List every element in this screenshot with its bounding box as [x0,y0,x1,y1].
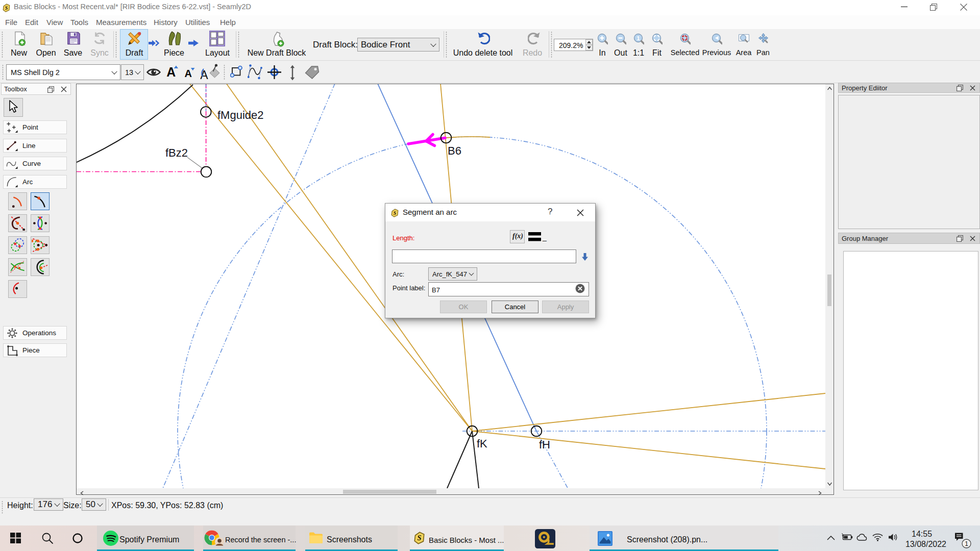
svg-text:S: S [5,5,8,11]
svg-text:fH: fH [539,438,550,451]
svg-text:1: 1 [965,540,968,547]
svg-text:S: S [417,534,421,542]
svg-text:B6: B6 [448,144,461,157]
svg-text:S: S [394,210,397,216]
svg-text:fK: fK [477,437,487,450]
svg-text:1: 1 [636,35,640,41]
svg-text:A: A [166,65,176,78]
svg-text:fMguide2: fMguide2 [217,109,264,121]
svg-text:fBz2: fBz2 [165,146,188,159]
svg-text:A: A [184,68,191,78]
